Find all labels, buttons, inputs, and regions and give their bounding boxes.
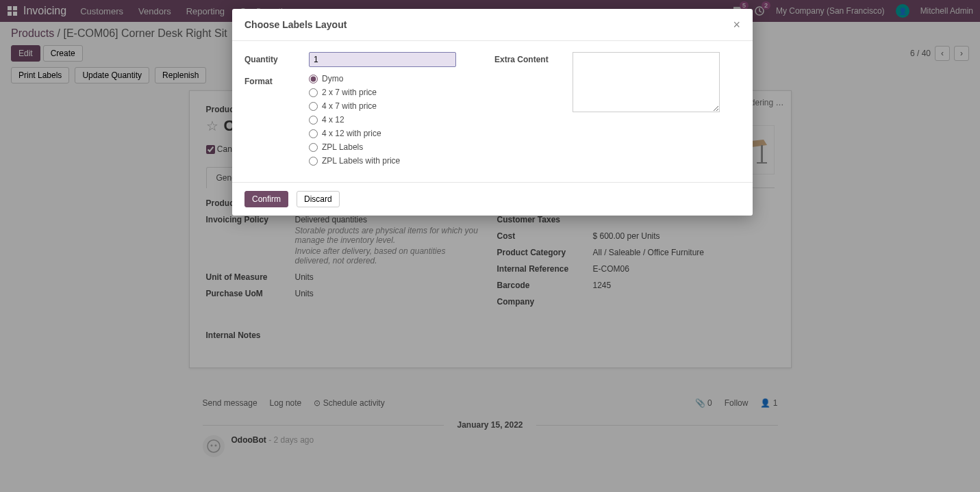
modal-close-button[interactable]: × xyxy=(733,18,740,31)
quantity-input[interactable] xyxy=(309,52,456,67)
labels-layout-modal: Choose Labels Layout × Quantity Format D… xyxy=(232,9,753,216)
format-option-zpl[interactable]: ZPL Labels xyxy=(309,142,481,152)
format-option-2x7-price[interactable]: 2 x 7 with price xyxy=(309,88,481,97)
format-label: Format xyxy=(244,74,299,86)
format-option-4x7-price[interactable]: 4 x 7 with price xyxy=(309,101,481,111)
extra-content-textarea[interactable] xyxy=(573,52,720,112)
format-option-zpl-price[interactable]: ZPL Labels with price xyxy=(309,156,481,166)
confirm-button[interactable]: Confirm xyxy=(244,191,288,207)
discard-button[interactable]: Discard xyxy=(297,191,340,207)
quantity-label: Quantity xyxy=(244,52,299,64)
format-option-4x12[interactable]: 4 x 12 xyxy=(309,115,481,125)
modal-title: Choose Labels Layout xyxy=(244,19,347,30)
format-option-dymo[interactable]: Dymo xyxy=(309,74,481,83)
format-option-4x12-price[interactable]: 4 x 12 with price xyxy=(309,129,481,138)
format-radio-group: Dymo 2 x 7 with price 4 x 7 with price 4… xyxy=(309,74,481,166)
extra-content-label: Extra Content xyxy=(494,52,563,166)
